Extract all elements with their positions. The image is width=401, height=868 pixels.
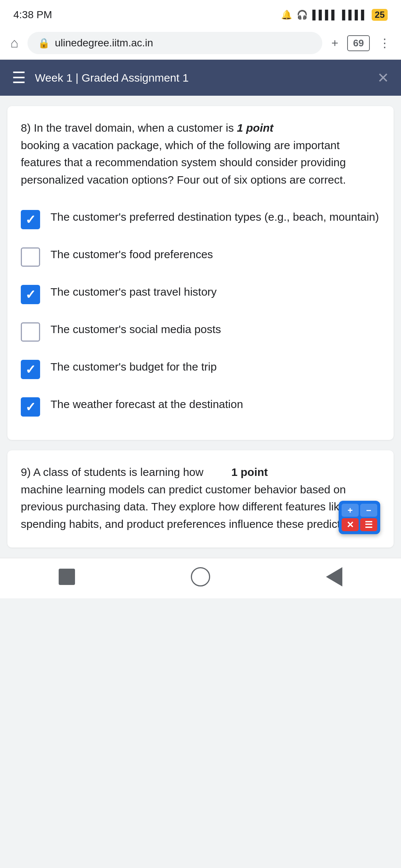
assignment-header: ☰ Week 1 | Graded Assignment 1 ✕ — [0, 60, 401, 96]
options-list: The customer's preferred destination typ… — [21, 200, 380, 425]
option-2-checkbox[interactable] — [21, 247, 40, 267]
bottom-nav — [0, 558, 401, 598]
option-6-label: The weather forecast at the destination — [50, 396, 380, 412]
status-time: 4:38 PM — [13, 9, 52, 21]
question-8-text: 8) In the travel domain, when a customer… — [21, 119, 380, 188]
question-9-card: 9) A class of students is learning how 1… — [7, 450, 394, 548]
option-1-item: The customer's preferred destination typ… — [21, 200, 380, 238]
close-icon[interactable]: ✕ — [377, 70, 389, 86]
status-bar: 4:38 PM 🔔 🎧 ▌▌▌▌ ▌▌▌▌ 25 — [0, 0, 401, 27]
option-3-checkbox[interactable] — [21, 285, 40, 304]
square-icon — [59, 569, 75, 585]
option-2-item: The customer's food preferences — [21, 238, 380, 275]
option-1-checkbox[interactable] — [21, 210, 40, 229]
assignment-title: Week 1 | Graded Assignment 1 — [35, 72, 368, 84]
option-5-item: The customer's budget for the trip — [21, 350, 380, 388]
main-content: 8) In the travel domain, when a customer… — [0, 96, 401, 558]
option-5-label: The customer's budget for the trip — [50, 358, 380, 375]
question-8-header: 8) In the travel domain, when a customer… — [21, 119, 380, 188]
option-6-item: The weather forecast at the destination — [21, 388, 380, 425]
circle-icon — [191, 567, 210, 586]
triangle-icon — [326, 567, 342, 586]
question-9-body: A class of students is learning how 1 po… — [21, 466, 370, 530]
url-text: ulinedegree.iitm.ac.in — [55, 37, 153, 49]
alarm-icon: 🔔 — [281, 10, 292, 20]
question-8-body: In the travel domain, when a customer is… — [21, 122, 346, 186]
question-9-number: 9) — [21, 466, 31, 478]
nav-back-button[interactable] — [323, 566, 345, 588]
signal-icon-2: ▌▌▌▌ — [342, 10, 367, 20]
option-4-item: The customer's social media posts — [21, 313, 380, 350]
option-3-label: The customer's past travel history — [50, 283, 380, 300]
url-bar[interactable]: 🔒 ulinedegree.iitm.ac.in — [27, 32, 323, 54]
option-6-checkbox[interactable] — [21, 397, 40, 417]
assignment-icon: ☰ — [12, 69, 26, 87]
tab-count[interactable]: 69 — [347, 35, 370, 51]
more-options-button[interactable]: ⋮ — [379, 36, 391, 50]
calc-multiply-btn[interactable]: ✕ — [342, 518, 359, 531]
headset-icon: 🎧 — [297, 10, 308, 20]
option-4-checkbox[interactable] — [21, 322, 40, 342]
question-8-card: 8) In the travel domain, when a customer… — [7, 106, 394, 440]
option-2-label: The customer's food preferences — [50, 246, 380, 263]
home-icon[interactable]: ⌂ — [10, 35, 19, 51]
security-icon: 🔒 — [38, 37, 50, 49]
calc-plus-btn[interactable]: + — [342, 504, 359, 517]
new-tab-button[interactable]: + — [331, 36, 338, 50]
question-8-number: 8) — [21, 122, 31, 134]
question-9-text: 9) A class of students is learning how 1… — [21, 464, 380, 533]
browser-bar: ⌂ 🔒 ulinedegree.iitm.ac.in + 69 ⋮ — [0, 27, 401, 60]
option-3-item: The customer's past travel history — [21, 275, 380, 313]
calc-equals-btn[interactable]: ☰ — [360, 518, 377, 531]
nav-home-button[interactable] — [189, 566, 212, 588]
option-5-checkbox[interactable] — [21, 360, 40, 379]
battery-badge: 25 — [372, 9, 388, 21]
calc-minus-btn[interactable]: − — [360, 504, 377, 517]
option-1-label: The customer's preferred destination typ… — [50, 208, 380, 225]
nav-square-button[interactable] — [56, 566, 78, 588]
signal-icon-1: ▌▌▌▌ — [312, 10, 338, 20]
calculator-widget[interactable]: + − ✕ ☰ — [339, 501, 380, 534]
option-4-label: The customer's social media posts — [50, 321, 380, 338]
status-icons: 🔔 🎧 ▌▌▌▌ ▌▌▌▌ 25 — [281, 9, 388, 21]
